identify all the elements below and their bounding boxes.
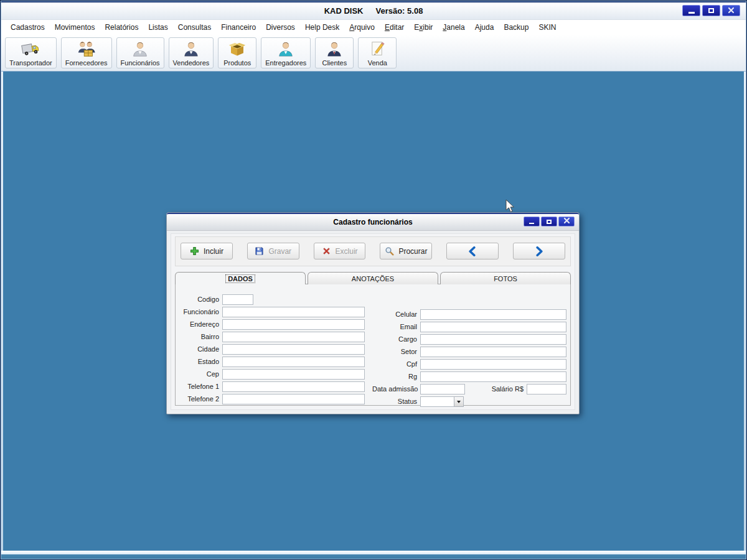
field-label-cep: Cep bbox=[181, 370, 222, 378]
main-titlebar[interactable]: KAD DISK Versão: 5.08 bbox=[1, 1, 746, 20]
field-label-endereco: Endereço bbox=[181, 320, 222, 328]
menu-item-janela[interactable]: Janela bbox=[438, 21, 469, 34]
field-label-data-admissao: Data admissão bbox=[372, 385, 420, 393]
close-button[interactable] bbox=[722, 5, 740, 16]
menu-item-relatorios[interactable]: Relatórios bbox=[100, 21, 143, 34]
toolbar-button-funcionarios[interactable]: Funcionários bbox=[116, 37, 164, 68]
field-label-rg: Rg bbox=[372, 373, 420, 380]
field-label-bairro: Bairro bbox=[181, 333, 222, 340]
desktop-screen: KAD DISK Versão: 5.08 CadastrosMovimento… bbox=[0, 0, 747, 560]
menu-item-help-desk[interactable]: Help Desk bbox=[300, 21, 344, 34]
chevron-down-icon bbox=[457, 401, 461, 405]
field-input-bairro[interactable] bbox=[222, 332, 365, 342]
menu-item-exibir[interactable]: Exibir bbox=[409, 21, 438, 34]
dialog-close-button[interactable] bbox=[558, 217, 575, 226]
field-label-cidade: Cidade bbox=[181, 345, 222, 353]
seller-icon bbox=[182, 39, 200, 58]
menu-item-consultas[interactable]: Consultas bbox=[173, 21, 216, 34]
field-label-telefone-2: Telefone 2 bbox=[181, 395, 222, 403]
field-input-telefone-2[interactable] bbox=[222, 394, 365, 404]
field-input-cep[interactable] bbox=[222, 369, 365, 380]
field-input-setor[interactable] bbox=[420, 347, 566, 357]
maximize-button[interactable] bbox=[702, 5, 720, 16]
dialog-body: IncluirGravarExcluirProcurar DADOSANOTAÇ… bbox=[171, 233, 575, 410]
field-label-celular: Celular bbox=[372, 310, 420, 318]
field-label-setor: Setor bbox=[372, 348, 420, 355]
minimize-icon bbox=[529, 219, 534, 224]
toolbar-button-entregadores[interactable]: Entregadores bbox=[261, 37, 311, 68]
menu-item-backup[interactable]: Backup bbox=[499, 21, 533, 34]
field-input-rg[interactable] bbox=[420, 371, 566, 382]
tab-anotacoes[interactable]: ANOTAÇÕES bbox=[308, 272, 438, 284]
menu-item-ajuda[interactable]: Ajuda bbox=[470, 21, 499, 34]
dialog-titlebar[interactable]: Cadastro funcionários bbox=[167, 213, 579, 231]
field-input-email[interactable] bbox=[420, 322, 566, 332]
field-input-salario-r[interactable] bbox=[527, 384, 566, 394]
form-right-column: CelularEmailCargoSetorCpfRgData admissão… bbox=[372, 308, 566, 408]
field-input-telefone-1[interactable] bbox=[222, 381, 365, 392]
status-dropdown[interactable] bbox=[420, 396, 464, 407]
employee-icon bbox=[131, 39, 149, 58]
chevron-left-icon bbox=[467, 246, 477, 256]
client-area: Cadastro funcionários IncluirGravarExclu… bbox=[3, 72, 744, 551]
menu-item-editar[interactable]: Editar bbox=[380, 21, 409, 34]
menu-item-financeiro[interactable]: Financeiro bbox=[216, 21, 261, 34]
dialog-minimize-button[interactable] bbox=[524, 217, 540, 226]
field-input-endereco[interactable] bbox=[222, 319, 365, 330]
previous-button[interactable] bbox=[446, 243, 499, 259]
dialog-toolbar: IncluirGravarExcluirProcurar bbox=[175, 236, 571, 266]
dialog-maximize-button[interactable] bbox=[541, 217, 557, 226]
field-input-funcionario[interactable] bbox=[222, 307, 365, 317]
tab-dados[interactable]: DADOS bbox=[175, 272, 306, 284]
suppliers-icon bbox=[77, 39, 96, 58]
menu-item-skin[interactable]: SKIN bbox=[533, 21, 561, 34]
chevron-right-icon bbox=[534, 246, 544, 256]
menubar: CadastrosMovimentosRelatóriosListasConsu… bbox=[1, 20, 746, 35]
menu-item-cadastros[interactable]: Cadastros bbox=[6, 21, 50, 34]
close-icon bbox=[563, 217, 570, 226]
minimize-icon bbox=[688, 7, 695, 14]
procurar-button[interactable]: Procurar bbox=[380, 243, 432, 259]
field-input-cargo[interactable] bbox=[420, 334, 566, 345]
box-icon bbox=[228, 39, 247, 58]
menu-item-arquivo[interactable]: Arquivo bbox=[344, 21, 380, 34]
menu-item-diversos[interactable]: Diversos bbox=[261, 21, 300, 34]
plus-icon bbox=[190, 246, 199, 256]
field-input-data-admissao[interactable] bbox=[420, 384, 465, 394]
tab-fotos[interactable]: FOTOS bbox=[440, 272, 571, 284]
toolbar-button-produtos[interactable]: Produtos bbox=[218, 37, 256, 68]
field-label-salario-r: Salário R$ bbox=[492, 385, 527, 393]
field-input-codigo[interactable] bbox=[222, 294, 253, 305]
excluir-button[interactable]: Excluir bbox=[314, 243, 366, 259]
deliverer-icon bbox=[276, 39, 295, 58]
field-label-codigo: Codigo bbox=[181, 296, 222, 303]
toolbar-button-vendedores[interactable]: Vendedores bbox=[169, 37, 214, 68]
toolbar: TransportadorFornecedores Funcionários V… bbox=[1, 35, 746, 72]
next-button[interactable] bbox=[513, 243, 565, 259]
gravar-button[interactable]: Gravar bbox=[247, 243, 299, 259]
field-label-telefone-1: Telefone 1 bbox=[181, 383, 222, 390]
app-version: Versão: 5.08 bbox=[375, 6, 423, 16]
menu-item-listas[interactable]: Listas bbox=[143, 21, 172, 34]
close-icon bbox=[728, 6, 735, 16]
save-icon bbox=[255, 246, 264, 256]
field-label-email: Email bbox=[372, 323, 420, 330]
window-frame-bottom bbox=[1, 551, 746, 559]
toolbar-button-transportador[interactable]: Transportador bbox=[5, 37, 57, 68]
field-input-cpf[interactable] bbox=[420, 359, 566, 370]
dropdown-arrow-button[interactable] bbox=[454, 396, 464, 407]
field-input-status[interactable] bbox=[420, 396, 454, 407]
field-input-celular[interactable] bbox=[420, 309, 566, 320]
main-window: KAD DISK Versão: 5.08 CadastrosMovimento… bbox=[1, 1, 746, 559]
toolbar-button-venda[interactable]: Venda bbox=[358, 37, 397, 68]
incluir-button[interactable]: Incluir bbox=[181, 243, 233, 259]
field-input-cidade[interactable] bbox=[222, 344, 365, 355]
app-title: KAD DISK bbox=[324, 6, 364, 16]
toolbar-button-fornecedores[interactable]: Fornecedores bbox=[61, 37, 112, 68]
maximize-icon bbox=[708, 8, 714, 13]
menu-item-movimentos[interactable]: Movimentos bbox=[50, 21, 100, 34]
minimize-button[interactable] bbox=[682, 5, 700, 16]
field-input-estado[interactable] bbox=[222, 357, 365, 367]
toolbar-button-clientes[interactable]: Clientes bbox=[315, 37, 354, 68]
window-controls bbox=[682, 5, 740, 16]
